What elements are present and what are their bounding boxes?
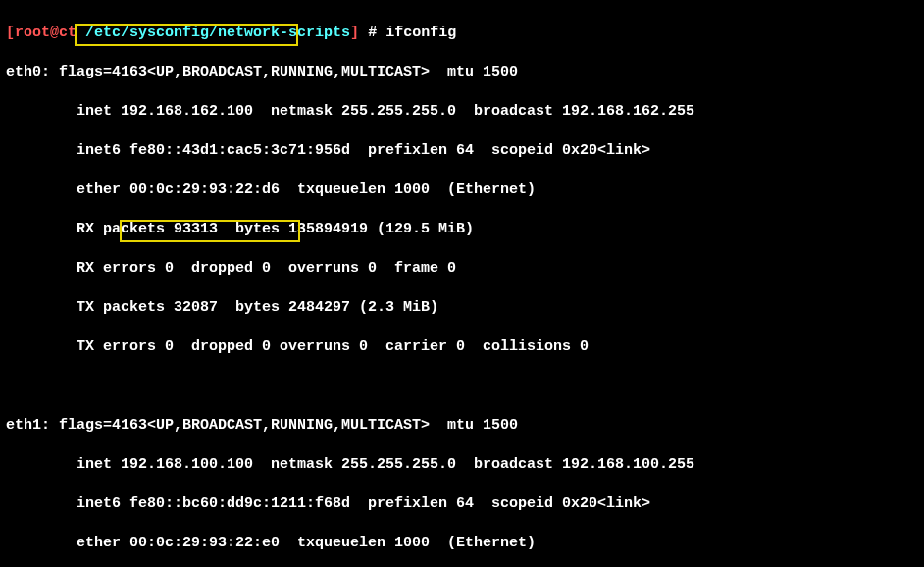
- prompt-at: @: [50, 25, 59, 41]
- terminal-output: [root@ct /etc/sysconfig/network-scripts]…: [0, 0, 924, 567]
- eth0-rx-errors: RX errors 0 dropped 0 overruns 0 frame 0: [6, 259, 918, 279]
- eth0-tx-packets: TX packets 32087 bytes 2484297 (2.3 MiB): [6, 298, 918, 318]
- bracket-open: [: [6, 25, 15, 41]
- eth0-ether: ether 00:0c:29:93:22:d6 txqueuelen 1000 …: [6, 180, 918, 200]
- eth0-header: eth0: flags=4163<UP,BROADCAST,RUNNING,MU…: [6, 63, 918, 82]
- prompt-path: /etc/sysconfig/network-scripts: [77, 25, 350, 41]
- prompt-line[interactable]: [root@ct /etc/sysconfig/network-scripts]…: [6, 24, 918, 43]
- prompt-command: ifconfig: [385, 25, 456, 41]
- blank-1: [6, 377, 918, 396]
- eth1-ether: ether 00:0c:29:93:22:e0 txqueuelen 1000 …: [6, 534, 918, 553]
- eth1-inet6: inet6 fe80::bc60:dd9c:1211:f68d prefixle…: [6, 494, 918, 514]
- eth0-inet: inet 192.168.162.100 netmask 255.255.255…: [6, 102, 918, 122]
- prompt-hash: #: [359, 25, 385, 41]
- eth0-rx-packets: RX packets 93313 bytes 135894919 (129.5 …: [6, 220, 918, 239]
- prompt-host: ct: [59, 25, 77, 41]
- bracket-close: ]: [350, 25, 359, 41]
- eth1-header: eth1: flags=4163<UP,BROADCAST,RUNNING,MU…: [6, 416, 918, 436]
- eth0-inet6: inet6 fe80::43d1:cac5:3c71:956d prefixle…: [6, 141, 918, 161]
- prompt-user: root: [15, 25, 50, 41]
- eth1-inet: inet 192.168.100.100 netmask 255.255.255…: [6, 455, 918, 475]
- eth0-tx-errors: TX errors 0 dropped 0 overruns 0 carrier…: [6, 337, 918, 357]
